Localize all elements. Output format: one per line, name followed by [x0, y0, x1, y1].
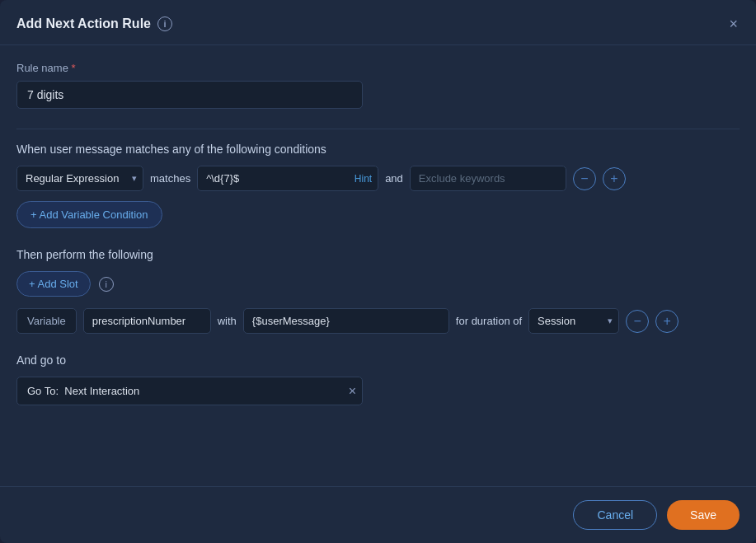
divider-1	[16, 129, 740, 129]
slot-row: Variable with for duration of Session − …	[16, 308, 740, 334]
go-to-section: And go to ×	[16, 353, 740, 405]
rule-name-input[interactable]	[16, 81, 363, 109]
with-label: with	[218, 315, 237, 327]
go-to-title: And go to	[16, 353, 740, 367]
then-title: Then perform the following	[16, 248, 740, 261]
session-select[interactable]: Session	[528, 308, 619, 334]
and-label: and	[385, 172, 403, 185]
remove-condition-button[interactable]: −	[573, 167, 596, 190]
modal-title-text: Add Next Action Rule	[16, 16, 151, 31]
session-select-wrapper: Session	[528, 308, 619, 334]
modal-header: Add Next Action Rule i ×	[0, 0, 756, 45]
go-to-input[interactable]	[16, 377, 363, 405]
modal: Add Next Action Rule i × Rule name * Whe…	[0, 0, 756, 543]
expression-input-wrapper: Hint	[197, 166, 378, 191]
expression-type-wrapper: Regular Expression	[16, 166, 143, 191]
expression-input[interactable]	[197, 166, 378, 191]
modal-title: Add Next Action Rule i	[16, 16, 172, 31]
exclude-keywords-input[interactable]	[410, 166, 566, 191]
add-condition-button[interactable]: +	[603, 167, 626, 190]
save-button[interactable]: Save	[667, 500, 740, 530]
variable-name-input[interactable]	[83, 308, 211, 334]
add-variable-condition-button[interactable]: + Add Variable Condition	[16, 201, 162, 228]
conditions-title: When user message matches any of the fol…	[16, 143, 740, 156]
go-to-input-wrapper: ×	[16, 377, 363, 405]
hint-button[interactable]: Hint	[355, 173, 372, 185]
modal-body: Rule name * When user message matches an…	[0, 45, 756, 486]
add-slot-row-button[interactable]: +	[655, 310, 679, 333]
variable-value-input[interactable]	[243, 308, 449, 334]
remove-slot-button[interactable]: −	[626, 310, 649, 333]
rule-name-label: Rule name *	[16, 62, 740, 74]
info-icon[interactable]: i	[157, 16, 172, 31]
slot-info-icon[interactable]: i	[99, 277, 114, 292]
variable-badge: Variable	[16, 308, 77, 334]
condition-row: Regular Expression matches Hint and − +	[16, 166, 740, 191]
add-slot-section: + Add Slot i	[16, 271, 740, 297]
then-section: Then perform the following + Add Slot i …	[16, 248, 740, 334]
add-slot-button[interactable]: + Add Slot	[16, 271, 91, 297]
matches-label: matches	[150, 172, 190, 185]
modal-footer: Cancel Save	[0, 486, 756, 543]
rule-name-section: Rule name *	[16, 62, 740, 109]
duration-label: for duration of	[456, 315, 522, 327]
go-to-clear-button[interactable]: ×	[349, 384, 356, 399]
cancel-button[interactable]: Cancel	[573, 500, 657, 530]
conditions-section: When user message matches any of the fol…	[16, 143, 740, 228]
expression-type-select[interactable]: Regular Expression	[16, 166, 143, 191]
close-button[interactable]: ×	[727, 15, 740, 33]
